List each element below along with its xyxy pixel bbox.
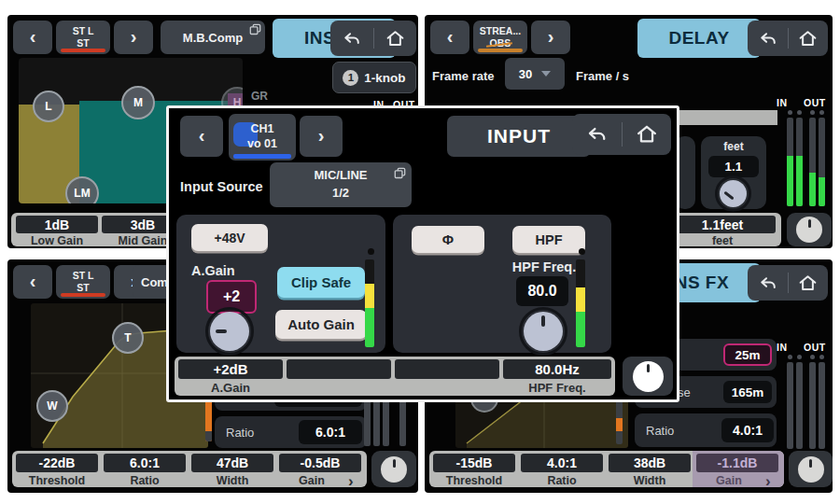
hpf-freq-knob[interactable]: [524, 312, 563, 351]
channel-color-bar: [478, 49, 523, 52]
peak-dot: [797, 110, 802, 115]
screen-title-tab[interactable]: DELAY: [637, 19, 761, 58]
param-footer: +2dB 80.0Hz A.Gain HPF Freq.: [175, 357, 615, 396]
footer-threshold-label: Threshold: [16, 474, 98, 487]
channel-select-button[interactable]: STREA... OBS: [473, 21, 527, 54]
channel-color-bar: [61, 49, 105, 52]
attack-value-box[interactable]: 25m: [723, 343, 772, 366]
delay-knob[interactable]: [720, 180, 747, 207]
ratio-row[interactable]: Ratio 4.0:1: [635, 413, 777, 447]
delay-value-box[interactable]: 1.1: [708, 156, 759, 177]
nav-group: [748, 21, 828, 56]
width-handle[interactable]: W: [36, 390, 68, 422]
undo-icon[interactable]: [341, 28, 362, 49]
feet-unit-label: feet: [701, 140, 766, 153]
footer-delay-value[interactable]: 1.1feet: [669, 216, 776, 233]
low-band-handle[interactable]: L: [33, 91, 64, 122]
prev-channel-button[interactable]: ‹: [13, 265, 52, 299]
ratio-value-box[interactable]: 6.0:1: [299, 420, 362, 444]
footer-gain-value[interactable]: -0.5dB: [279, 454, 361, 472]
next-channel-button[interactable]: ›: [300, 116, 343, 157]
nav-group: [748, 265, 828, 301]
again-knob[interactable]: [210, 312, 249, 351]
popup-title: INPUT: [447, 116, 591, 157]
footer-threshold-label: Threshold: [433, 474, 515, 487]
in-meter-l: [787, 362, 793, 449]
out-meter-label: OUT: [804, 342, 826, 353]
one-knob-button[interactable]: 1 1-knob: [332, 62, 416, 93]
channel-name: vo 01: [247, 137, 277, 152]
input-source-button[interactable]: MIC/LINE 1/2: [270, 162, 412, 207]
channel-select-button[interactable]: CH1 vo 01: [229, 114, 296, 161]
next-channel-button[interactable]: ›: [531, 21, 570, 54]
copy-icon: [249, 23, 261, 35]
out-meter-l: [809, 362, 816, 449]
home-icon[interactable]: [797, 28, 819, 49]
channel-id: STREA...: [480, 25, 521, 37]
library-preset-button[interactable]: M.B.Comp: [161, 21, 265, 54]
phantom-48v-button[interactable]: +48V: [191, 224, 268, 251]
hpf-freq-value-box[interactable]: 80.0: [516, 276, 568, 306]
home-icon[interactable]: [797, 273, 819, 294]
home-icon[interactable]: [385, 28, 406, 49]
footer-width-value[interactable]: 47dB: [191, 454, 273, 472]
footer-hpf-freq-label: HPF Freq.: [503, 381, 611, 395]
out-meter-l: [809, 118, 816, 206]
footer-low-gain-value[interactable]: 1dB: [16, 216, 98, 233]
footer-threshold-value[interactable]: -22dB: [16, 454, 98, 472]
auto-gain-button[interactable]: Auto Gain: [275, 310, 367, 339]
clip-safe-button[interactable]: Clip Safe: [277, 267, 365, 298]
footer-ratio-label: Ratio: [104, 474, 186, 487]
touch-and-turn-knob-button[interactable]: [623, 357, 673, 396]
more-params-chevron[interactable]: ›: [765, 473, 771, 489]
channel-color-bar: [61, 293, 105, 297]
channel-select-button[interactable]: ST L ST: [56, 21, 110, 54]
undo-icon[interactable]: [584, 122, 609, 147]
footer-empty-cell[interactable]: [287, 359, 391, 379]
prev-channel-button[interactable]: ‹: [180, 116, 223, 157]
delay-feet-card: feet 1.1: [701, 136, 766, 209]
input-source-label: Input Source: [180, 179, 263, 194]
touch-and-turn-knob-button[interactable]: [789, 451, 833, 487]
footer-ratio-label: Ratio: [521, 474, 603, 487]
copy-icon: [394, 167, 406, 179]
peak-dot: [810, 110, 815, 115]
next-channel-button[interactable]: ›: [114, 21, 153, 54]
release-value-box[interactable]: 165m: [723, 381, 772, 403]
prev-channel-button[interactable]: ‹: [13, 21, 52, 54]
footer-ratio-value[interactable]: 6.0:1: [104, 454, 186, 472]
footer-width-value[interactable]: 38dB: [609, 454, 691, 472]
more-params-chevron[interactable]: ›: [348, 473, 354, 489]
ratio-value-box[interactable]: 4.0:1: [721, 418, 774, 442]
phase-button[interactable]: Φ: [412, 226, 484, 253]
footer-ratio-value[interactable]: 4.0:1: [521, 454, 603, 472]
frame-rate-dropdown[interactable]: 30: [505, 58, 565, 90]
param-footer: -22dB 6.0:1 47dB -0.5dB Threshold Ratio …: [12, 451, 367, 487]
threshold-handle[interactable]: T: [112, 322, 144, 354]
knob-icon: [796, 217, 822, 243]
mid-band-handle[interactable]: M: [121, 86, 155, 119]
channel-id: ST L: [73, 270, 94, 282]
peak-dot: [819, 355, 824, 359]
footer-again-value[interactable]: +2dB: [178, 359, 283, 379]
peak-dot: [810, 355, 815, 359]
footer-empty-cell[interactable]: [395, 359, 499, 379]
footer-hpf-freq-value[interactable]: 80.0Hz: [503, 359, 611, 379]
undo-icon[interactable]: [757, 28, 778, 49]
touch-and-turn-knob-button[interactable]: [371, 451, 416, 487]
peak-dot: [819, 110, 824, 115]
low-mid-crossover-handle[interactable]: LM: [65, 176, 99, 203]
hpf-button[interactable]: HPF: [512, 226, 585, 253]
touch-and-turn-knob-button[interactable]: [787, 213, 832, 246]
hpf-phase-card: Φ HPF HPF Freq. 80.0: [393, 215, 611, 353]
undo-icon[interactable]: [757, 273, 778, 294]
prev-channel-button[interactable]: ‹: [430, 21, 469, 54]
home-icon[interactable]: [635, 122, 659, 147]
footer-gain-value[interactable]: -1.1dB: [696, 454, 778, 472]
one-knob-badge-icon: 1: [343, 70, 358, 86]
footer-gain-label: Gain: [696, 474, 762, 487]
param-footer: 1.1feet feet: [664, 213, 781, 246]
footer-threshold-value[interactable]: -15dB: [433, 454, 515, 472]
ratio-row[interactable]: Ratio 6.0:1: [215, 416, 367, 448]
channel-select-button[interactable]: ST L ST: [56, 265, 110, 299]
